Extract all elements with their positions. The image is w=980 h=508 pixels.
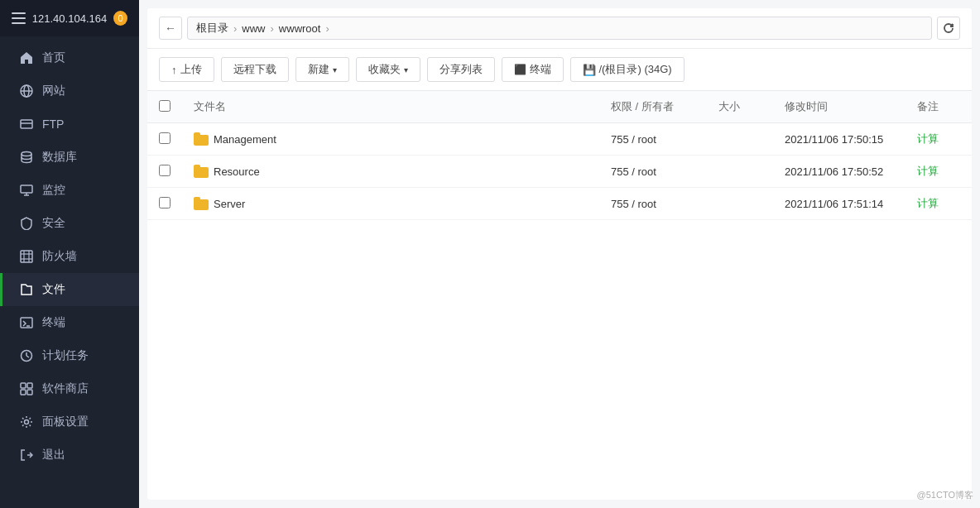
disk-button[interactable]: 💾 /(根目录) (34G): [570, 57, 685, 82]
row-filename-1[interactable]: Resource: [214, 165, 260, 178]
sidebar-item-cron[interactable]: 计划任务: [0, 339, 139, 372]
sidebar: 121.40.104.164 0 首页 网站: [0, 0, 139, 508]
table-row: Management 755 / root 2021/11/06 17:50:1…: [147, 123, 972, 156]
row-checkbox-2[interactable]: [159, 197, 171, 208]
server-name: 121.40.104.164: [32, 12, 107, 25]
back-button[interactable]: ←: [159, 17, 182, 40]
breadcrumb-wwwroot[interactable]: wwwroot: [279, 22, 321, 35]
row-checkbox-0[interactable]: [159, 132, 171, 144]
col-header-mtime: 修改时间: [773, 91, 906, 123]
select-all-checkbox[interactable]: [159, 100, 171, 112]
sidebar-item-home[interactable]: 首页: [0, 41, 139, 74]
sidebar-nav: 首页 网站 FTP: [0, 36, 139, 508]
sidebar-item-security[interactable]: 安全: [0, 207, 139, 240]
sidebar-item-terminal[interactable]: 终端: [0, 306, 139, 339]
firewall-icon: [19, 249, 34, 264]
sidebar-label-terminal: 终端: [42, 315, 65, 330]
row-mtime-0: 2021/11/06 17:50:15: [773, 123, 906, 156]
sidebar-label-appstore: 软件商店: [42, 381, 89, 396]
cron-icon: [19, 348, 34, 363]
sidebar-item-firewall[interactable]: 防火墙: [0, 240, 139, 273]
row-note-0: 计算: [906, 123, 972, 156]
share-list-button[interactable]: 分享列表: [427, 57, 495, 82]
monitor-display-icon: [19, 183, 34, 198]
terminal-button[interactable]: ⬛ 终端: [502, 57, 564, 82]
svg-rect-19: [21, 383, 26, 388]
row-mtime-2: 2021/11/06 17:51:14: [773, 188, 906, 220]
upload-button[interactable]: ↑ 上传: [159, 57, 214, 82]
breadcrumb: 根目录 › www › wwwroot ›: [187, 17, 932, 40]
remote-download-button[interactable]: 远程下载: [221, 57, 289, 82]
row-mtime-1: 2021/11/06 17:50:52: [773, 156, 906, 188]
sidebar-label-files: 文件: [42, 282, 65, 297]
sidebar-label-settings: 面板设置: [42, 415, 89, 429]
col-header-perm: 权限 / 所有者: [599, 91, 707, 123]
sidebar-label-website: 网站: [42, 84, 65, 98]
svg-point-23: [25, 420, 29, 424]
svg-rect-6: [21, 185, 32, 193]
col-header-name: 文件名: [182, 91, 599, 123]
monitor-icon: [12, 12, 26, 24]
svg-line-18: [26, 356, 29, 357]
svg-point-5: [22, 152, 31, 156]
sidebar-label-monitor: 监控: [42, 183, 65, 198]
sidebar-item-logout[interactable]: 退出: [0, 439, 139, 472]
row-checkbox-1[interactable]: [159, 165, 171, 176]
col-header-note: 备注: [906, 91, 972, 123]
path-separator-1: ›: [233, 22, 237, 35]
sidebar-item-database[interactable]: 数据库: [0, 141, 139, 174]
row-note-2: 计算: [906, 188, 972, 220]
sidebar-item-ftp[interactable]: FTP: [0, 108, 139, 141]
main-content: ← 根目录 › www › wwwroot › ↑ 上传: [139, 0, 980, 508]
row-note-1: 计算: [906, 156, 972, 188]
bookmarks-button[interactable]: 收藏夹 ▾: [356, 57, 420, 82]
row-size-2: [707, 188, 773, 220]
row-note-calc-1[interactable]: 计算: [917, 165, 939, 177]
svg-rect-20: [27, 383, 32, 388]
sidebar-item-monitor[interactable]: 监控: [0, 174, 139, 207]
sidebar-item-appstore[interactable]: 软件商店: [0, 372, 139, 405]
settings-icon: [19, 415, 34, 429]
row-name-2: Server: [182, 188, 599, 220]
sidebar-label-logout: 退出: [42, 448, 65, 462]
row-filename-0[interactable]: Management: [214, 133, 276, 146]
row-check-1: [147, 156, 182, 188]
row-check-0: [147, 123, 182, 156]
disk-icon: 💾: [583, 64, 596, 76]
row-size-0: [707, 123, 773, 156]
row-filename-2[interactable]: Server: [214, 198, 245, 210]
appstore-icon: [19, 381, 34, 396]
table-row: Server 755 / root 2021/11/06 17:51:14 计算: [147, 188, 972, 220]
file-table: 文件名 权限 / 所有者 大小 修改时间 备注 Management 755 /…: [147, 91, 972, 220]
file-table-body: Management 755 / root 2021/11/06 17:50:1…: [147, 123, 972, 220]
row-check-2: [147, 188, 182, 220]
database-icon: [19, 150, 34, 165]
security-icon: [19, 216, 34, 231]
files-icon: [19, 282, 34, 297]
row-perm-0: 755 / root: [599, 123, 707, 156]
terminal-icon: [19, 315, 34, 330]
sidebar-label-firewall: 防火墙: [42, 249, 77, 264]
table-header-row: 文件名 权限 / 所有者 大小 修改时间 备注: [147, 91, 972, 123]
folder-icon-1: [194, 165, 209, 178]
new-caret-icon: ▾: [333, 65, 337, 74]
upload-icon: ↑: [171, 64, 177, 76]
breadcrumb-root[interactable]: 根目录: [196, 21, 228, 36]
new-button[interactable]: 新建 ▾: [295, 57, 349, 82]
sidebar-item-website[interactable]: 网站: [0, 74, 139, 108]
ftp-icon: [19, 117, 34, 132]
row-note-calc-2[interactable]: 计算: [917, 197, 939, 209]
breadcrumb-www[interactable]: www: [242, 22, 265, 35]
sidebar-header: 121.40.104.164 0: [0, 0, 139, 36]
sidebar-label-ftp: FTP: [42, 117, 64, 131]
row-perm-1: 755 / root: [599, 156, 707, 188]
sidebar-item-files[interactable]: 文件: [0, 273, 139, 306]
sidebar-item-settings[interactable]: 面板设置: [0, 405, 139, 439]
website-icon: [19, 84, 34, 98]
row-perm-2: 755 / root: [599, 188, 707, 220]
svg-rect-3: [21, 120, 32, 128]
col-header-size: 大小: [707, 91, 773, 123]
row-note-calc-0[interactable]: 计算: [917, 132, 939, 145]
refresh-button[interactable]: [937, 17, 960, 40]
path-bar: ← 根目录 › www › wwwroot ›: [147, 8, 972, 49]
